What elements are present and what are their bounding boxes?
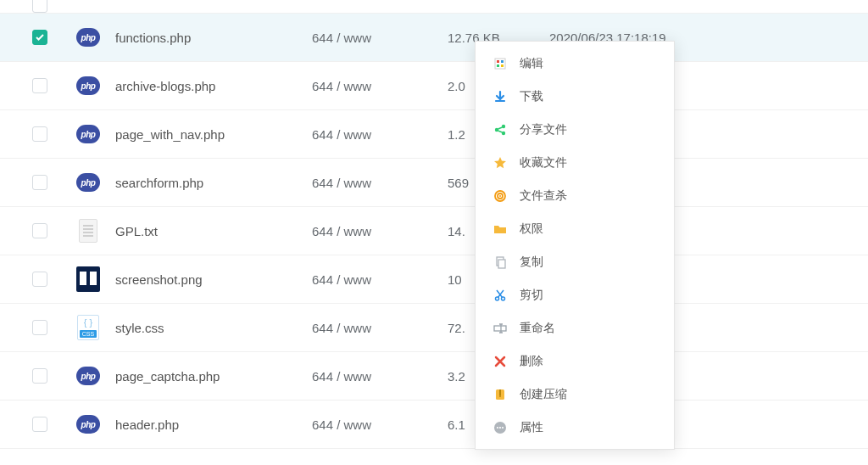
cut-icon (492, 288, 508, 303)
menu-label: 属性 (520, 420, 543, 435)
svg-rect-15 (494, 326, 506, 331)
table-row[interactable]: CSS style.css 644 / www 72. 9 (0, 304, 868, 352)
file-permission: 644 / www (312, 127, 448, 142)
select-all-checkbox[interactable] (32, 0, 47, 13)
menu-download[interactable]: 下载 (476, 80, 674, 113)
menu-label: 收藏文件 (520, 155, 567, 171)
menu-rename[interactable]: 重命名 (476, 311, 674, 345)
css-icon: CSS (76, 316, 100, 339)
svg-rect-4 (501, 64, 504, 67)
row-checkbox[interactable] (32, 78, 47, 93)
table-row[interactable]: php header.php 644 / www 6.1 9 (0, 401, 868, 449)
table-row[interactable]: php searchform.php 644 / www 569 (0, 159, 868, 207)
svg-point-18 (499, 395, 501, 397)
edit-icon (492, 56, 508, 71)
file-name[interactable]: GPL.txt (115, 224, 312, 238)
php-icon: php (76, 74, 100, 98)
file-permission: 644 / www (312, 369, 448, 384)
share-icon (492, 122, 508, 137)
file-permission: 644 / www (312, 321, 448, 335)
txt-icon (76, 219, 100, 243)
row-checkbox[interactable] (32, 30, 47, 45)
copy-icon (492, 255, 508, 270)
row-checkbox[interactable] (32, 272, 47, 287)
menu-compress[interactable]: 创建压缩 (476, 378, 674, 411)
menu-label: 文件查杀 (520, 188, 567, 204)
scan-icon (492, 188, 508, 204)
menu-label: 创建压缩 (520, 387, 567, 402)
png-icon (76, 267, 100, 291)
file-name[interactable]: archive-blogs.php (115, 79, 312, 93)
menu-edit[interactable]: 编辑 (476, 47, 674, 80)
svg-rect-3 (497, 64, 499, 67)
table-row[interactable]: php page_captcha.php 644 / www 3.2 (0, 352, 868, 401)
php-icon: php (76, 171, 100, 194)
menu-delete[interactable]: 删除 (476, 345, 674, 378)
menu-label: 编辑 (520, 56, 543, 71)
file-permission: 644 / www (312, 31, 448, 45)
menu-label: 删除 (520, 354, 543, 369)
file-permission: 644 / www (312, 176, 448, 190)
row-checkbox[interactable] (32, 417, 47, 432)
svg-rect-2 (501, 60, 504, 63)
menu-share[interactable]: 分享文件 (476, 113, 674, 146)
file-permission: 644 / www (312, 224, 448, 238)
php-icon: php (76, 364, 100, 388)
file-permission: 644 / www (312, 79, 448, 93)
table-row[interactable]: php functions.php 644 / www 12.76 KB 202… (0, 14, 868, 62)
context-menu: 编辑 下载 分享文件 收藏文件 文件查杀 权限 复制 剪切 重命名 删除 创建压… (475, 41, 675, 450)
folder-icon (492, 221, 508, 237)
svg-rect-12 (498, 260, 505, 268)
menu-permission[interactable]: 权限 (476, 212, 674, 245)
php-icon: php (76, 25, 100, 49)
file-table: php functions.php 644 / www 12.76 KB 202… (0, 14, 868, 449)
download-icon (492, 89, 508, 104)
menu-label: 重命名 (520, 321, 555, 336)
php-icon: php (76, 412, 100, 436)
menu-label: 复制 (520, 255, 543, 270)
table-header-fragment (0, 0, 868, 14)
delete-icon (492, 354, 508, 369)
svg-point-22 (502, 426, 504, 428)
table-row[interactable]: php archive-blogs.php 644 / www 2.0 (0, 62, 868, 110)
file-permission: 644 / www (312, 417, 448, 432)
menu-label: 剪切 (520, 288, 543, 303)
file-name[interactable]: page_with_nav.php (115, 127, 312, 142)
menu-scan[interactable]: 文件查杀 (476, 179, 674, 212)
row-checkbox[interactable] (32, 175, 47, 190)
menu-label: 下载 (520, 89, 543, 104)
row-checkbox[interactable] (32, 368, 47, 384)
row-checkbox[interactable] (32, 320, 47, 335)
menu-label: 分享文件 (520, 122, 567, 137)
svg-point-10 (499, 195, 501, 197)
rename-icon (492, 321, 508, 336)
table-row[interactable]: GPL.txt 644 / www 14. (0, 207, 868, 255)
svg-point-21 (499, 426, 501, 428)
file-name[interactable]: header.php (115, 417, 312, 432)
svg-point-20 (497, 426, 498, 428)
menu-label: 权限 (520, 221, 543, 237)
file-name[interactable]: functions.php (115, 31, 312, 45)
table-row[interactable]: screenshot.png 644 / www 10 (0, 255, 868, 304)
star-icon (492, 155, 508, 171)
compress-icon (492, 387, 508, 402)
table-row[interactable]: php page_with_nav.php 644 / www 1.2 (0, 110, 868, 159)
menu-properties[interactable]: 属性 (476, 411, 674, 444)
row-checkbox[interactable] (32, 223, 47, 238)
file-name[interactable]: screenshot.png (115, 272, 312, 287)
php-icon: php (76, 122, 100, 146)
file-name[interactable]: style.css (115, 321, 312, 335)
svg-rect-0 (495, 59, 505, 69)
file-permission: 644 / www (312, 272, 448, 287)
file-name[interactable]: searchform.php (115, 176, 312, 190)
menu-copy[interactable]: 复制 (476, 245, 674, 278)
menu-cut[interactable]: 剪切 (476, 278, 674, 311)
menu-favorite[interactable]: 收藏文件 (476, 146, 674, 179)
properties-icon (492, 420, 508, 435)
svg-rect-17 (499, 389, 501, 395)
svg-rect-1 (497, 60, 499, 63)
file-name[interactable]: page_captcha.php (115, 369, 312, 384)
row-checkbox[interactable] (32, 126, 47, 142)
